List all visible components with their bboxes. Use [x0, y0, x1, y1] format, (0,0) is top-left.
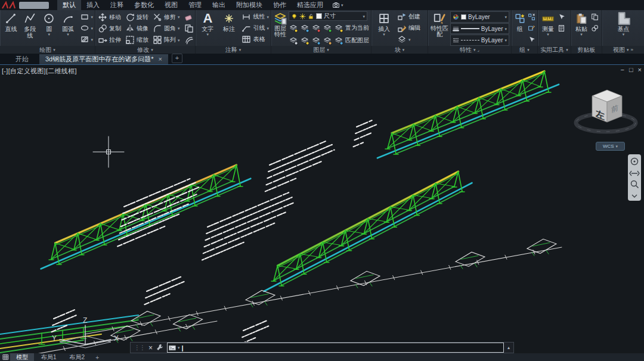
circle-button[interactable]: 圆▾ [41, 11, 58, 46]
annotation-text[interactable] [237, 321, 271, 344]
copy-button[interactable]: 复制 [98, 23, 121, 34]
command-grip[interactable]: ⋮⋮ [134, 344, 145, 351]
create-block-button[interactable]: 创建 [397, 11, 420, 22]
text-button[interactable]: A文字▾ [198, 11, 218, 46]
panel-draw-label[interactable]: 绘图▾ [0, 46, 95, 54]
layer-freeze-icon[interactable] [311, 23, 321, 33]
close-document-icon[interactable]: × [159, 54, 162, 64]
panel-utilities-label[interactable]: 实用工具▾ [538, 46, 571, 54]
viewcube-wcs-button[interactable]: WCS▾ [596, 142, 625, 151]
panel-block-label[interactable]: 块▾ [371, 46, 428, 54]
layer-off-icon[interactable] [289, 23, 298, 33]
model-space-canvas[interactable]: ZXY左前 [0, 65, 644, 353]
quick-select-button[interactable] [558, 11, 565, 22]
object-color-select[interactable]: ByLayer▾ [450, 11, 509, 23]
layer-select[interactable]: 尺寸 ▾ [289, 11, 367, 21]
minimize-icon[interactable]: − [620, 66, 624, 73]
leader-button[interactable]: 引线▾ [242, 23, 269, 33]
erase-button[interactable] [184, 12, 194, 23]
tab-start[interactable]: 开始 [5, 54, 39, 64]
match-properties-button[interactable]: 特性匹配 [431, 11, 448, 46]
stretch-button[interactable]: 拉伸 [98, 35, 121, 45]
lineweight-select[interactable]: ByLayer▾ [450, 23, 509, 35]
tab-layout1[interactable]: 布局1 [35, 353, 63, 361]
ribbon-tab-annotate[interactable]: 注释 [105, 0, 129, 10]
ribbon-tab-manage[interactable]: 管理 [183, 0, 207, 10]
viewport-controls[interactable]: [-][自定义视图][二维线框] [2, 67, 77, 76]
ungroup-button[interactable] [528, 11, 535, 22]
linetype-select[interactable]: ByLayer▾ [450, 35, 509, 46]
new-document-button[interactable]: + [172, 54, 182, 63]
trim-button[interactable]: 修剪▾ [153, 12, 180, 23]
camera-icon[interactable]: ▾ [332, 1, 343, 9]
ribbon-tab-insert[interactable]: 插入 [81, 0, 105, 10]
group-select-button[interactable] [528, 34, 535, 45]
tab-model[interactable]: 模型 [10, 353, 34, 361]
ribbon-tab-featured[interactable]: 精选应用 [292, 0, 329, 10]
move-button[interactable]: 移动 [98, 12, 121, 23]
ribbon-tab-default[interactable]: 默认 [57, 0, 81, 10]
new-layout-button[interactable]: + [92, 354, 103, 361]
autocad-logo-icon[interactable] [0, 0, 18, 10]
ribbon-tab-addins[interactable]: 附加模块 [231, 0, 268, 10]
layer-properties-button[interactable]: 图层特性 [274, 11, 287, 46]
measure-button[interactable]: 测量▾ [540, 11, 556, 46]
quick-access-toolbar[interactable] [19, 2, 49, 9]
polyline-button[interactable]: 多段线 [21, 11, 39, 46]
annotation-text[interactable] [346, 119, 380, 147]
group-edit-button[interactable] [528, 23, 535, 33]
command-customize-icon[interactable] [156, 343, 163, 353]
close-icon[interactable]: × [638, 66, 642, 73]
set-current-layer-button[interactable]: 置为当前 [334, 23, 369, 33]
table-button[interactable]: 表格 [242, 34, 269, 45]
ribbon-tab-output[interactable]: 输出 [207, 0, 231, 10]
insert-block-button[interactable]: 插入▾ [374, 11, 394, 46]
panel-properties-label[interactable]: 特性▾⌟ [428, 46, 511, 54]
ellipse-button[interactable]: ▾ [80, 23, 94, 33]
ribbon-tab-parametric[interactable]: 参数化 [129, 0, 159, 10]
tab-document[interactable]: 3d钢筋及原平面图中存在的诸多问题* × [39, 54, 168, 64]
linear-dimension-button[interactable]: 线性▾ [242, 11, 269, 22]
paste-button[interactable]: 粘贴▾ [574, 11, 589, 46]
cut-clip-button[interactable] [591, 23, 599, 33]
restore-icon[interactable]: □ [629, 66, 633, 73]
copy-clip-button[interactable] [591, 11, 599, 22]
panel-layers-label[interactable]: 图层▾ [271, 46, 371, 54]
layer-on-icon[interactable] [289, 36, 298, 45]
rotate-button[interactable]: 旋转 [125, 12, 148, 23]
command-input[interactable]: ▾ | [167, 343, 504, 353]
truss-wireframe[interactable] [264, 172, 472, 291]
ribbon-tab-collaborate[interactable]: 协作 [268, 0, 292, 10]
grid-icon[interactable] [2, 354, 9, 361]
layer-thaw-icon[interactable] [300, 36, 309, 45]
annotation-text[interactable] [256, 139, 339, 191]
copy-nested-button[interactable] [184, 23, 194, 34]
fillet-button[interactable]: 圆角▾ [153, 23, 180, 34]
layer-lock-icon[interactable] [323, 23, 332, 33]
rectangle-button[interactable]: ▾ [80, 11, 94, 22]
panel-view-label[interactable]: 视图▾» [602, 46, 644, 54]
panel-group-label[interactable]: 组▾ [512, 46, 537, 54]
layer-isolate-icon[interactable] [300, 23, 309, 33]
panel-annotate-label[interactable]: 注释▾ [196, 46, 271, 54]
mirror-button[interactable]: 镜像 [125, 23, 148, 34]
offset-button[interactable] [184, 35, 194, 45]
line-button[interactable]: 直线 [2, 11, 20, 46]
scale-button[interactable]: 缩放 [125, 35, 148, 45]
truss-wireframe[interactable] [377, 71, 559, 158]
arc-button[interactable]: 圆弧▾ [60, 11, 77, 46]
layer-unlock-icon[interactable] [311, 36, 321, 45]
annotation-text[interactable] [140, 276, 186, 304]
edit-block-button[interactable]: 编辑 [397, 23, 420, 33]
match-layer-button[interactable]: 匹配图层 [334, 35, 369, 46]
panel-modify-label[interactable]: 修改▾ [95, 46, 195, 54]
view-cube[interactable]: 左前 [576, 90, 636, 132]
array-button[interactable]: 阵列▾ [153, 35, 180, 45]
command-history-icon[interactable]: ▴ [507, 345, 510, 350]
tab-layout2[interactable]: 布局2 [64, 353, 91, 361]
hatch-button[interactable]: ▾ [80, 34, 94, 45]
group-button[interactable]: 组 [514, 11, 526, 46]
ribbon-tab-view[interactable]: 视图 [159, 0, 183, 10]
layer-walk-icon[interactable] [323, 36, 332, 45]
command-close-icon[interactable]: × [148, 344, 153, 351]
